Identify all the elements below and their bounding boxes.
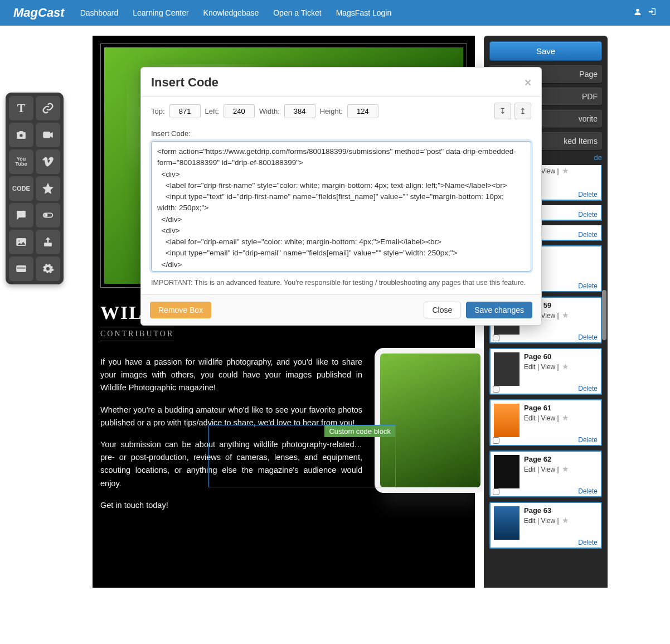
- star-icon[interactable]: ★: [562, 362, 569, 371]
- page-title-label: Page 63: [524, 506, 569, 515]
- page-delete-link[interactable]: Delete: [578, 231, 598, 239]
- toggle-tool-icon[interactable]: [36, 203, 60, 227]
- nav-magsfast-login[interactable]: MagsFast Login: [336, 8, 392, 17]
- star-icon[interactable]: ★: [562, 516, 569, 525]
- page-edit-link[interactable]: Edit: [524, 517, 536, 525]
- link-tool-icon[interactable]: [36, 96, 60, 120]
- page-select-checkbox[interactable]: [493, 386, 499, 393]
- page-view-link[interactable]: View: [541, 517, 555, 525]
- page-select-checkbox[interactable]: [493, 335, 499, 341]
- export-tool-icon[interactable]: [36, 230, 60, 254]
- page-delete-link[interactable]: Delete: [578, 539, 598, 546]
- page-select-checkbox[interactable]: [493, 488, 499, 495]
- svg-point-6: [18, 240, 20, 242]
- svg-point-4: [45, 214, 48, 217]
- page-view-link[interactable]: View: [541, 312, 555, 319]
- height-input[interactable]: [347, 104, 378, 118]
- page-card[interactable]: Page 60Edit | View | ★Delete: [489, 348, 602, 395]
- star-icon[interactable]: ★: [562, 166, 569, 175]
- code-textarea[interactable]: [151, 141, 531, 272]
- youtube-tool-icon[interactable]: YouTube: [9, 149, 33, 174]
- page-card[interactable]: Page 61Edit | View | ★Delete: [489, 399, 602, 446]
- page-title-label: Page 62: [524, 455, 569, 463]
- close-button[interactable]: Close: [424, 302, 460, 318]
- page-edit-link[interactable]: Edit: [524, 466, 536, 473]
- vimeo-tool-icon[interactable]: [36, 149, 60, 174]
- card-tool-icon[interactable]: [9, 256, 33, 281]
- svg-rect-2: [43, 132, 50, 138]
- save-changes-button[interactable]: Save changes: [466, 302, 532, 318]
- top-input[interactable]: [169, 104, 201, 118]
- page-thumbnail: [494, 455, 520, 488]
- page-delete-link[interactable]: Delete: [578, 282, 598, 290]
- comment-tool-icon[interactable]: [9, 203, 33, 227]
- bring-forward-icon[interactable]: ↥: [514, 103, 531, 119]
- photo-tool-icon[interactable]: [9, 123, 33, 147]
- top-navbar: MagCast Dashboard Learning Center Knowle…: [0, 0, 670, 26]
- nav-knowledgebase[interactable]: Knowledgebase: [203, 8, 259, 17]
- left-input[interactable]: [224, 104, 255, 118]
- custom-code-block[interactable]: Custom code block: [208, 425, 396, 487]
- page-delete-link[interactable]: Delete: [578, 385, 598, 393]
- custom-code-block-label: Custom code block: [324, 425, 395, 437]
- page-title-label: Page 60: [524, 352, 569, 361]
- page-card[interactable]: Page 62Edit | View | ★Delete: [489, 451, 602, 497]
- insert-code-modal: Insert Code × Top: Left: Width: Height: …: [140, 67, 542, 326]
- page-view-link[interactable]: View: [541, 167, 555, 175]
- top-label: Top:: [151, 107, 165, 115]
- left-label: Left:: [205, 107, 219, 115]
- svg-point-0: [636, 9, 639, 12]
- page-subtitle-text: CONTRIBUTOR: [100, 327, 174, 341]
- primary-nav: Dashboard Learning Center Knowledgebase …: [80, 8, 392, 17]
- settings-tool-icon[interactable]: [36, 256, 60, 281]
- page-delete-link[interactable]: Delete: [578, 487, 598, 495]
- code-tool-icon[interactable]: CODE: [9, 176, 33, 201]
- brand-logo: MagCast: [13, 6, 65, 20]
- page-delete-link[interactable]: Delete: [578, 191, 598, 198]
- close-icon[interactable]: ×: [525, 76, 531, 89]
- page-edit-link[interactable]: Edit: [524, 414, 536, 422]
- user-icon[interactable]: [633, 7, 642, 18]
- star-icon[interactable]: ★: [562, 464, 569, 473]
- body-paragraph: Get in touch today!: [100, 499, 362, 512]
- video-tool-icon[interactable]: [36, 123, 60, 147]
- nav-dashboard[interactable]: Dashboard: [80, 8, 119, 17]
- save-button[interactable]: Save: [489, 41, 602, 61]
- page-select-checkbox[interactable]: [493, 437, 499, 444]
- page-thumbnail: [494, 404, 520, 437]
- nav-open-ticket[interactable]: Open a Ticket: [273, 8, 321, 17]
- width-label: Width:: [259, 107, 280, 115]
- logout-icon[interactable]: [648, 7, 657, 18]
- remove-box-button[interactable]: Remove Box: [150, 302, 211, 318]
- star-icon[interactable]: ★: [562, 413, 569, 422]
- page-delete-link[interactable]: Delete: [578, 211, 598, 219]
- modal-title: Insert Code: [151, 75, 219, 90]
- svg-rect-8: [17, 267, 26, 269]
- page-thumbnail: [494, 352, 520, 386]
- tool-palette: T YouTube CODE: [6, 93, 64, 284]
- page-delete-link[interactable]: Delete: [578, 333, 598, 341]
- page-view-link[interactable]: View: [541, 363, 555, 371]
- insert-code-label: Insert Code:: [151, 129, 531, 138]
- page-view-link[interactable]: View: [541, 466, 555, 473]
- vertical-scrollbar[interactable]: [602, 290, 606, 340]
- svg-point-1: [20, 134, 23, 137]
- page-edit-link[interactable]: Edit: [524, 363, 536, 371]
- image-tool-icon[interactable]: [9, 230, 33, 254]
- star-tool-icon[interactable]: [36, 176, 60, 201]
- page-delete-link[interactable]: Delete: [578, 436, 598, 444]
- text-tool-icon[interactable]: T: [9, 96, 33, 120]
- page-thumbnail: [494, 506, 520, 540]
- page-card[interactable]: Page 63Edit | View | ★Delete: [489, 502, 602, 549]
- star-icon[interactable]: ★: [562, 311, 569, 319]
- nav-learning-center[interactable]: Learning Center: [133, 8, 188, 17]
- width-input[interactable]: [284, 104, 315, 118]
- send-backward-icon[interactable]: ↧: [494, 103, 511, 119]
- page-title-label: Page 61: [524, 404, 569, 412]
- height-label: Height:: [320, 107, 343, 115]
- page-view-link[interactable]: View: [541, 414, 555, 422]
- modal-warning-note: IMPORTANT: This is an advanced feature. …: [151, 279, 531, 287]
- body-paragraph: If you have a passion for wildlife photo…: [100, 356, 362, 395]
